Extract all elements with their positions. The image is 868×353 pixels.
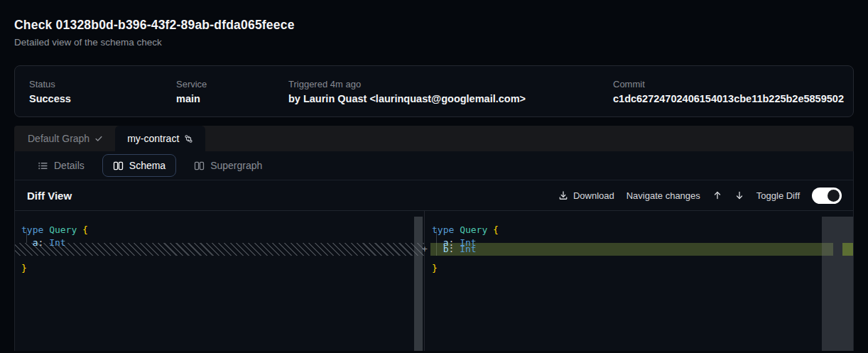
download-button[interactable]: Download <box>558 190 614 201</box>
arrow-up-icon <box>712 190 722 200</box>
graph-tab-my-contract[interactable]: my-contract <box>115 126 205 151</box>
summary-field-label: Service <box>176 79 288 89</box>
diff-pane-before: type Query { a: Int} <box>15 211 424 351</box>
view-tab-label: Details <box>54 160 85 171</box>
right-scrollbar[interactable] <box>822 217 853 351</box>
git-compare-icon <box>184 134 193 143</box>
page-header: Check 01328b0d-b396-43f2-89ab-dfda065fee… <box>0 0 868 48</box>
page-title: Check 01328b0d-b396-43f2-89ab-dfda065fee… <box>14 18 854 33</box>
summary-field-triggered: Triggered 4m agoby Laurin Quast <laurinq… <box>288 79 613 104</box>
list-icon <box>38 161 48 171</box>
left-scrollbar[interactable] <box>414 217 423 351</box>
summary-field-label: Commit <box>613 79 839 89</box>
graph-tab-label: Default Graph <box>28 133 89 144</box>
view-tab-details[interactable]: Details <box>27 154 95 177</box>
summary-field-value: by Laurin Quast <laurinquast@googlemail.… <box>288 93 613 104</box>
code-line: } <box>425 256 853 268</box>
summary-field-label: Status <box>29 79 176 89</box>
toggle-knob <box>828 190 840 202</box>
code-line-added: b: Int <box>430 243 833 256</box>
schema-diff-editor: type Query { a: Int} type Query { a: Int… <box>15 211 853 351</box>
view-tab-schema[interactable]: Schema <box>102 154 176 177</box>
summary-field-service: Servicemain <box>176 79 288 104</box>
next-change-button[interactable] <box>734 190 744 200</box>
check-icon <box>94 134 103 143</box>
diff-toolbar: Diff View Download Navigate changes <box>15 180 853 211</box>
summary-field-label: Triggered 4m ago <box>288 79 613 89</box>
code-line: a: Int <box>425 230 853 243</box>
summary-field-value: Success <box>29 93 176 104</box>
added-line-marker <box>842 243 853 256</box>
download-icon <box>558 190 568 200</box>
summary-field-commit: Commitc1dc62724702406154013cbe11b225b2e5… <box>613 79 839 104</box>
diff-pane-after: type Query { a: Int b: Int} <box>424 211 853 351</box>
summary-field-value: c1dc62724702406154013cbe11b225b2e5859502 <box>613 93 839 104</box>
columns-icon <box>194 161 205 171</box>
view-tab-label: Schema <box>129 160 166 171</box>
toggle-diff-switch[interactable] <box>812 188 842 204</box>
toggle-diff-label: Toggle Diff <box>756 190 800 201</box>
diff-placeholder-line <box>15 243 424 256</box>
code-line: type Query { <box>425 217 853 230</box>
code-line: } <box>15 256 424 268</box>
diff-toolbar-actions: Download Navigate changes Toggle Diff <box>558 188 842 204</box>
code-line: type Query { <box>15 217 424 230</box>
graph-tab-strip: Default Graphmy-contract <box>14 126 854 151</box>
check-summary-card: StatusSuccessServicemainTriggered 4m ago… <box>14 65 854 117</box>
graph-tab-default-graph[interactable]: Default Graph <box>16 126 115 151</box>
summary-field-value: main <box>176 93 288 104</box>
arrow-down-icon <box>734 190 744 200</box>
view-tab-supergraph[interactable]: Supergraph <box>183 154 273 177</box>
diff-plus-indicator: + <box>419 243 430 256</box>
check-content-panel: DetailsSchemaSupergraph Diff View Downlo… <box>14 151 854 351</box>
graph-tab-label: my-contract <box>127 133 179 144</box>
download-label: Download <box>573 190 614 201</box>
navigate-changes-label: Navigate changes <box>626 190 700 201</box>
view-tab-bar: DetailsSchemaSupergraph <box>15 151 853 180</box>
code-line: a: Int <box>15 230 424 243</box>
page-subtitle: Detailed view of the schema check <box>14 37 854 48</box>
columns-icon <box>113 161 124 171</box>
view-tab-label: Supergraph <box>210 160 262 171</box>
summary-field-status: StatusSuccess <box>29 79 176 104</box>
diff-view-title: Diff View <box>27 190 72 202</box>
previous-change-button[interactable] <box>712 190 722 200</box>
